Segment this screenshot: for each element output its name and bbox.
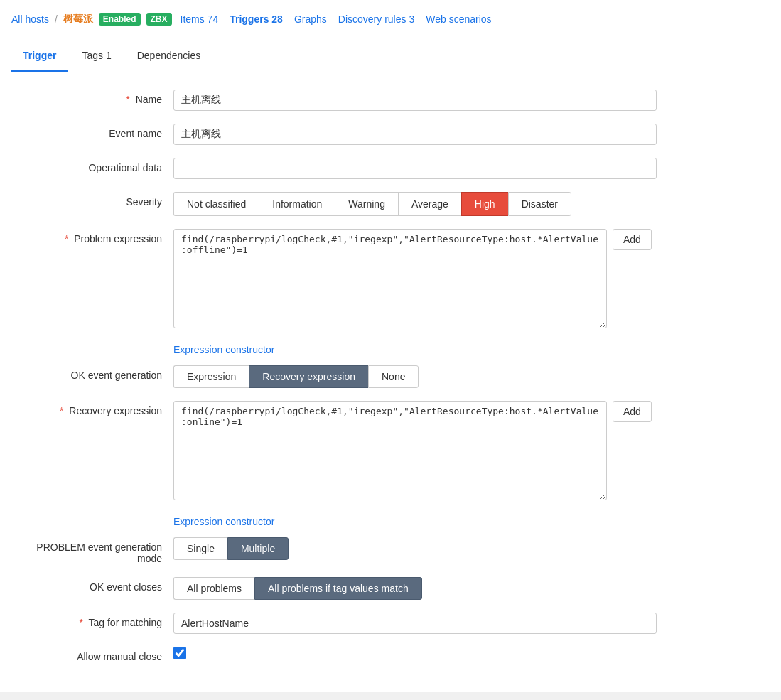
- ok-event-closes-control: All problems All problems if tag values …: [173, 577, 657, 600]
- recovery-expr-control: find(/raspberrypi/logCheck,#1,"iregexp",…: [173, 401, 657, 500]
- problem-expr-label: * Problem expression: [17, 229, 173, 244]
- items-link[interactable]: Items 74: [178, 14, 222, 25]
- top-nav: All hosts / 树莓派 Enabled ZBX Items 74 Tri…: [0, 0, 781, 38]
- ok-event-closes-row: OK event closes All problems All problem…: [0, 577, 781, 600]
- expression-constructor-link-2[interactable]: Expression constructor: [156, 516, 274, 527]
- ok-event-recovery-btn[interactable]: Recovery expression: [249, 365, 368, 388]
- all-hosts-link[interactable]: All hosts: [11, 14, 49, 25]
- expr-constructor-row-2: Expression constructor: [0, 513, 781, 527]
- allow-manual-close-checkbox[interactable]: [173, 647, 186, 659]
- allow-manual-close-row: Allow manual close: [0, 647, 781, 662]
- main-content: * Name Event name Operational data Sever…: [0, 72, 781, 692]
- severity-warning[interactable]: Warning: [335, 192, 398, 216]
- operational-data-label: Operational data: [17, 158, 173, 173]
- name-row: * Name: [0, 90, 781, 111]
- triggers-link[interactable]: Triggers 28: [227, 14, 286, 25]
- operational-data-row: Operational data: [0, 158, 781, 179]
- tab-dependencies[interactable]: Dependencies: [126, 41, 212, 72]
- web-scenarios-link[interactable]: Web scenarios: [423, 14, 494, 25]
- event-name-input[interactable]: [173, 124, 657, 145]
- tab-tags[interactable]: Tags 1: [70, 41, 122, 72]
- expression-constructor-link-1[interactable]: Expression constructor: [156, 344, 274, 355]
- ok-event-closes-label: OK event closes: [17, 577, 173, 593]
- tag-for-matching-label: * Tag for matching: [17, 613, 173, 628]
- severity-row: Severity Not classified Information Warn…: [0, 192, 781, 216]
- discovery-link[interactable]: Discovery rules 3: [335, 14, 417, 25]
- ok-event-closes-group: All problems All problems if tag values …: [173, 577, 657, 600]
- allow-manual-close-label: Allow manual close: [17, 647, 173, 662]
- event-name-row: Event name: [0, 124, 781, 145]
- ok-event-none-btn[interactable]: None: [368, 365, 419, 388]
- severity-disaster[interactable]: Disaster: [508, 192, 571, 216]
- problem-event-gen-mode-label: PROBLEM event generation mode: [17, 537, 173, 564]
- recovery-expr-input-row: find(/raspberrypi/logCheck,#1,"iregexp",…: [173, 401, 657, 500]
- recovery-expr-label: * Recovery expression: [17, 401, 173, 416]
- prob-event-single-btn[interactable]: Single: [173, 537, 227, 560]
- watermark: CSDN @Re_Virtual: [0, 692, 781, 700]
- severity-not-classified[interactable]: Not classified: [173, 192, 259, 216]
- severity-group: Not classified Information Warning Avera…: [173, 192, 657, 216]
- problem-expression-textarea[interactable]: find(/raspberrypi/logCheck,#1,"iregexp",…: [173, 229, 607, 328]
- problem-event-gen-mode-control: Single Multiple: [173, 537, 657, 560]
- tag-for-matching-control: [173, 613, 657, 634]
- expr-constructor-row-1: Expression constructor: [0, 341, 781, 355]
- ok-event-all-problems-btn[interactable]: All problems: [173, 577, 254, 600]
- problem-expr-row: * Problem expression find(/raspberrypi/l…: [0, 229, 781, 328]
- severity-label: Severity: [17, 192, 173, 208]
- ok-event-gen-label: OK event generation: [17, 365, 173, 381]
- tabs: Trigger Tags 1 Dependencies: [0, 38, 781, 72]
- host-name[interactable]: 树莓派: [63, 13, 93, 26]
- prob-event-multiple-btn[interactable]: Multiple: [227, 537, 289, 560]
- severity-average[interactable]: Average: [398, 192, 461, 216]
- graphs-link[interactable]: Graphs: [291, 14, 330, 25]
- name-control: [173, 90, 657, 111]
- severity-high[interactable]: High: [461, 192, 508, 216]
- problem-expr-input-row: find(/raspberrypi/logCheck,#1,"iregexp",…: [173, 229, 657, 328]
- ok-event-generation-row: OK event generation Expression Recovery …: [0, 365, 781, 388]
- nav-separator: /: [55, 14, 58, 25]
- ok-event-all-problems-tag-btn[interactable]: All problems if tag values match: [254, 577, 422, 600]
- problem-expr-add-btn[interactable]: Add: [613, 229, 652, 250]
- problem-expr-control: find(/raspberrypi/logCheck,#1,"iregexp",…: [173, 229, 657, 328]
- event-name-label: Event name: [17, 124, 173, 139]
- severity-control: Not classified Information Warning Avera…: [173, 192, 657, 216]
- recovery-expr-add-btn[interactable]: Add: [613, 401, 652, 422]
- ok-event-gen-group: Expression Recovery expression None: [173, 365, 657, 388]
- name-input[interactable]: [173, 90, 657, 111]
- operational-data-control: [173, 158, 657, 179]
- recovery-expr-row: * Recovery expression find(/raspberrypi/…: [0, 401, 781, 500]
- zbx-badge: ZBX: [146, 13, 172, 26]
- tab-trigger[interactable]: Trigger: [11, 41, 68, 72]
- allow-manual-close-control: [173, 647, 657, 662]
- ok-event-gen-control: Expression Recovery expression None: [173, 365, 657, 388]
- name-required-star: *: [126, 94, 129, 105]
- problem-event-gen-mode-row: PROBLEM event generation mode Single Mul…: [0, 537, 781, 564]
- tag-for-matching-input[interactable]: [173, 613, 657, 634]
- operational-data-input[interactable]: [173, 158, 657, 179]
- event-name-control: [173, 124, 657, 145]
- enabled-label: Enabled: [99, 13, 141, 26]
- problem-event-gen-mode-group: Single Multiple: [173, 537, 657, 560]
- severity-information[interactable]: Information: [259, 192, 335, 216]
- ok-event-expression-btn[interactable]: Expression: [173, 365, 249, 388]
- tag-for-matching-row: * Tag for matching: [0, 613, 781, 634]
- name-label: * Name: [17, 90, 173, 105]
- recovery-expression-textarea[interactable]: find(/raspberrypi/logCheck,#1,"iregexp",…: [173, 401, 607, 500]
